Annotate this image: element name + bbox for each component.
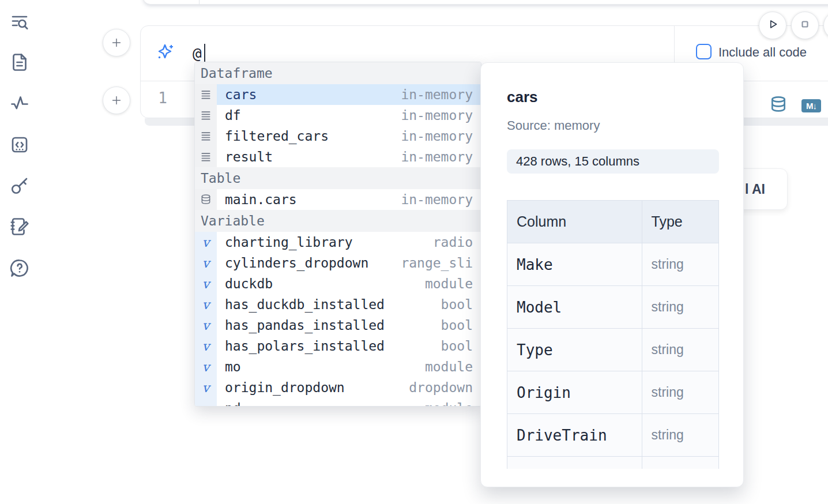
schema-row: DriveTrainstring — [507, 414, 719, 457]
variable-icon: v — [202, 318, 209, 333]
dataframe-icon — [195, 84, 217, 105]
autocomplete-item[interactable]: vmomodule — [195, 356, 481, 377]
schema-row: Originstring — [507, 371, 719, 414]
variable-icon: v — [202, 256, 209, 270]
activity-icon[interactable] — [9, 93, 32, 116]
autocomplete-item[interactable]: vduckdbmodule — [195, 273, 481, 294]
shape-badge: 428 rows, 15 columns — [507, 149, 719, 174]
autocomplete-item[interactable]: vhas_pandas_installedbool — [195, 315, 481, 336]
schema-column-name: DriveTrain — [507, 414, 642, 457]
autocomplete-item-type: range_sli — [401, 255, 481, 270]
variable-icon: v — [195, 273, 217, 294]
autocomplete-item-name: origin_dropdown — [217, 380, 345, 395]
autocomplete-item[interactable]: vpdmodule — [195, 398, 481, 407]
notebook-stage: @ Include all code 1 M↓ l AI Dataframeca… — [0, 0, 828, 504]
schema-column-type — [642, 457, 719, 469]
line-number: 1 — [151, 81, 174, 118]
play-icon — [765, 17, 780, 34]
autocomplete-item-type: module — [425, 401, 481, 407]
autocomplete-item[interactable]: vhas_polars_installedbool — [195, 336, 481, 356]
dataframe-icon — [195, 146, 217, 167]
dataframe-icon — [195, 126, 217, 146]
autocomplete-item[interactable]: main.carsin-memory — [195, 189, 481, 210]
dataframe-icon — [195, 105, 217, 126]
autocomplete-item-type: bool — [441, 318, 481, 333]
autocomplete-item-type: in-memory — [401, 129, 481, 144]
database-icon[interactable] — [769, 95, 788, 114]
autocomplete-item-name: main.cars — [217, 192, 297, 207]
autocomplete-item-type: bool — [441, 338, 481, 353]
code-block-icon[interactable] — [9, 134, 32, 157]
schema-column-type: string — [642, 371, 719, 414]
schema-column-name: Make — [507, 243, 642, 286]
variable-icon: v — [202, 298, 209, 312]
autocomplete-item-name: result — [217, 149, 273, 164]
autocomplete-item-name: charting_library — [217, 235, 353, 250]
autocomplete-item[interactable]: vhas_duckdb_installedbool — [195, 294, 481, 315]
variable-icon: v — [195, 294, 217, 315]
autocomplete-item[interactable]: resultin-memory — [195, 146, 481, 167]
autocomplete-item-name: has_duckdb_installed — [217, 297, 385, 312]
dataframe-preview-card: cars Source: memory 428 rows, 15 columns… — [480, 62, 744, 487]
key-icon[interactable] — [9, 175, 32, 198]
previous-cell-edge — [142, 0, 828, 5]
add-cell-above-button[interactable] — [103, 29, 130, 57]
autocomplete-item-type: in-memory — [401, 108, 481, 123]
variable-icon: v — [202, 401, 209, 407]
schema-row — [507, 457, 719, 469]
stop-button[interactable] — [791, 12, 819, 39]
variable-icon: v — [195, 253, 217, 273]
variable-icon: v — [202, 381, 209, 395]
schema-header-type: Type — [642, 201, 719, 243]
variable-icon: v — [195, 336, 217, 356]
schema-column-name: Type — [507, 329, 642, 371]
autocomplete-item[interactable]: vcharting_libraryradio — [195, 232, 481, 253]
autocomplete-item-type: in-memory — [401, 192, 481, 207]
autocomplete-item[interactable]: dfin-memory — [195, 105, 481, 126]
autocomplete-item[interactable]: vorigin_dropdowndropdown — [195, 377, 481, 398]
variable-icon: v — [202, 235, 209, 250]
autocomplete-item-name: mo — [217, 359, 241, 374]
preview-title: cars — [507, 88, 538, 106]
autocomplete-item[interactable]: vcylinders_dropdownrange_sli — [195, 253, 481, 273]
list-search-icon[interactable] — [9, 12, 32, 35]
table-icon — [195, 189, 217, 210]
text-caret — [204, 44, 205, 63]
previous-cell-divider — [199, 0, 200, 5]
autocomplete-item-type: module — [425, 276, 481, 291]
autocomplete-item-name: cylinders_dropdown — [217, 255, 368, 270]
variable-icon: v — [195, 377, 217, 398]
autocomplete-item[interactable]: filtered_carsin-memory — [195, 126, 481, 146]
schema-column-name — [507, 457, 642, 469]
variable-icon: v — [195, 232, 217, 253]
include-all-code-checkbox[interactable] — [696, 44, 712, 59]
run-cell-button[interactable] — [759, 12, 786, 39]
variable-icon: v — [202, 339, 209, 353]
stop-square-icon — [798, 17, 812, 33]
schema-column-name: Model — [507, 286, 642, 329]
autocomplete-section-header: Dataframe — [195, 62, 481, 84]
schema-row: Typestring — [507, 329, 719, 371]
ai-sparkles-icon — [155, 42, 176, 63]
autocomplete-item-name: pd — [217, 401, 241, 407]
schema-column-type: string — [642, 329, 719, 371]
schema-row: Makestring — [507, 243, 719, 286]
autocomplete-item-type: dropdown — [409, 380, 481, 395]
autocomplete-item-type: module — [425, 359, 481, 374]
notebook-edit-icon[interactable] — [9, 216, 32, 239]
autocomplete-item[interactable]: carsin-memory — [195, 84, 481, 105]
autocomplete-item-type: in-memory — [401, 87, 481, 102]
autocomplete-item-name: has_polars_installed — [217, 338, 385, 353]
autocomplete-dropdown: Dataframecarsin-memorydfin-memoryfiltere… — [194, 62, 481, 407]
help-chat-icon[interactable] — [9, 258, 32, 281]
autocomplete-item-name: duckdb — [217, 276, 273, 291]
autocomplete-item-name: filtered_cars — [217, 129, 329, 144]
schema-column-type: string — [642, 414, 719, 457]
markdown-convert-icon[interactable]: M↓ — [801, 99, 821, 112]
schema-row: Modelstring — [507, 286, 719, 329]
add-cell-below-button[interactable] — [103, 86, 130, 114]
schema-column-type: string — [642, 243, 719, 286]
autocomplete-section-header: Variable — [195, 210, 481, 232]
autocomplete-item-type: in-memory — [401, 149, 481, 164]
document-icon[interactable] — [9, 52, 32, 75]
